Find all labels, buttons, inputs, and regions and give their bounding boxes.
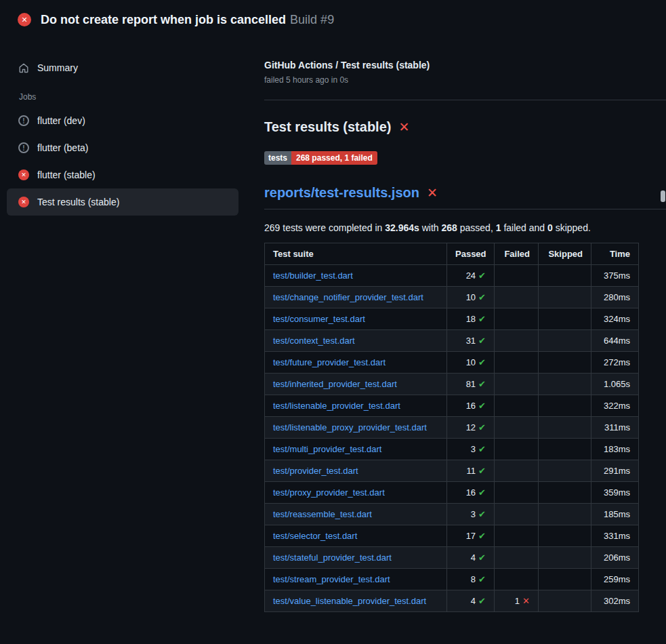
suite-link[interactable]: test/provider_test.dart xyxy=(273,466,358,476)
page-title: Do not create report when job is cancell… xyxy=(41,13,334,27)
suite-link[interactable]: test/change_notifier_provider_test.dart xyxy=(273,292,423,302)
passed-cell: 31✔ xyxy=(447,330,495,352)
table-row: test/stream_provider_test.dart8✔259ms xyxy=(265,569,639,590)
section-title-text: Test results (stable) xyxy=(264,119,391,135)
summary-line: 269 tests were completed in 32.964s with… xyxy=(264,222,638,233)
table-row: test/provider_test.dart11✔291ms xyxy=(265,460,639,482)
suite-link[interactable]: test/stateful_provider_test.dart xyxy=(273,552,392,563)
passed-count: 18 xyxy=(466,314,476,324)
check-icon: ✔ xyxy=(478,509,486,519)
check-icon: ✔ xyxy=(478,531,486,541)
time-cell: 206ms xyxy=(591,547,639,569)
summary-text: with xyxy=(419,222,442,233)
table-row: test/consumer_test.dart18✔324ms xyxy=(265,308,639,330)
check-icon: ✔ xyxy=(478,596,486,606)
table-row: test/builder_test.dart24✔375ms xyxy=(265,265,639,287)
passed-cell: 16✔ xyxy=(447,395,495,417)
suite-link[interactable]: test/listenable_proxy_provider_test.dart xyxy=(273,422,427,432)
tests-badge: tests 268 passed, 1 failed xyxy=(264,151,377,165)
suite-cell: test/inherited_provider_test.dart xyxy=(265,374,447,395)
failed-cell xyxy=(495,569,539,590)
failed-cell xyxy=(495,287,539,308)
check-icon: ✔ xyxy=(478,466,486,476)
job-label: Test results (stable) xyxy=(37,197,119,207)
job-label: flutter (dev) xyxy=(37,115,85,126)
time-cell: 185ms xyxy=(591,504,639,525)
scrollbar-thumb[interactable] xyxy=(661,190,665,202)
table-row: test/listenable_proxy_provider_test.dart… xyxy=(265,417,639,439)
table-row: test/selector_test.dart17✔331ms xyxy=(265,525,639,547)
sidebar-summary-label: Summary xyxy=(37,62,78,73)
suite-link[interactable]: test/proxy_provider_test.dart xyxy=(273,487,385,498)
suite-link[interactable]: test/consumer_test.dart xyxy=(273,314,365,324)
summary-text: passed, xyxy=(457,222,496,233)
sidebar-item-flutter-dev[interactable]: !flutter (dev) xyxy=(7,107,238,134)
time-cell: 259ms xyxy=(591,569,639,590)
suite-link[interactable]: test/inherited_provider_test.dart xyxy=(273,379,397,389)
skipped-cell xyxy=(539,439,591,460)
failed-cell xyxy=(495,482,539,504)
skipped-cell xyxy=(539,525,591,547)
passed-cell: 8✔ xyxy=(447,569,495,590)
sidebar-item-flutter-stable[interactable]: ✕flutter (stable) xyxy=(7,161,238,188)
skipped-cell xyxy=(539,330,591,352)
column-header: Time xyxy=(591,243,639,265)
passed-count: 10 xyxy=(466,292,476,302)
results-table: Test suitePassedFailedSkippedTime test/b… xyxy=(264,243,639,612)
exclamation-circle-icon: ! xyxy=(18,115,29,126)
time-cell: 322ms xyxy=(591,395,639,417)
summary-text: failed and xyxy=(501,222,548,233)
suite-link[interactable]: test/multi_provider_test.dart xyxy=(273,444,381,454)
sidebar-item-test-results-stable[interactable]: ✕Test results (stable) xyxy=(7,188,238,216)
suite-link[interactable]: test/selector_test.dart xyxy=(273,531,357,541)
table-row: test/future_provider_test.dart10✔272ms xyxy=(265,352,639,374)
badge-value: 268 passed, 1 failed xyxy=(291,151,377,165)
skipped-cell xyxy=(539,287,591,308)
check-icon: ✔ xyxy=(478,401,486,411)
passed-count: 12 xyxy=(466,422,476,432)
passed-count: 4 xyxy=(471,596,476,606)
suite-cell: test/context_test.dart xyxy=(265,330,447,352)
skipped-cell xyxy=(539,265,591,287)
suite-cell: test/consumer_test.dart xyxy=(265,308,447,330)
suite-link[interactable]: test/stream_provider_test.dart xyxy=(273,574,390,584)
skipped-cell xyxy=(539,374,591,395)
check-icon: ✔ xyxy=(478,487,486,498)
failed-cell xyxy=(495,374,539,395)
skipped-cell xyxy=(539,417,591,439)
time-cell: 331ms xyxy=(591,525,639,547)
summary-stat: 268 xyxy=(442,222,457,233)
passed-count: 3 xyxy=(471,509,476,519)
table-row: test/context_test.dart31✔644ms xyxy=(265,330,639,352)
failed-cell xyxy=(495,395,539,417)
suite-link[interactable]: test/reassemble_test.dart xyxy=(273,509,372,519)
passed-count: 24 xyxy=(466,270,476,281)
main-content: GitHub Actions / Test results (stable) f… xyxy=(264,39,666,612)
summary-stat: 32.964s xyxy=(385,222,419,233)
failed-cell xyxy=(495,504,539,525)
suite-link[interactable]: test/value_listenable_provider_test.dart xyxy=(273,596,426,606)
suite-cell: test/multi_provider_test.dart xyxy=(265,439,447,460)
x-icon: ✕ xyxy=(522,596,530,606)
run-failed-icon: ✕ xyxy=(18,13,31,26)
suite-link[interactable]: test/future_provider_test.dart xyxy=(273,357,386,367)
passed-count: 3 xyxy=(471,444,476,454)
skipped-cell xyxy=(539,482,591,504)
failed-cell xyxy=(495,460,539,482)
passed-count: 17 xyxy=(466,531,476,541)
check-icon: ✔ xyxy=(478,422,486,432)
suite-link[interactable]: test/context_test.dart xyxy=(273,336,355,346)
jobs-section-label: Jobs xyxy=(7,92,238,102)
check-icon: ✔ xyxy=(478,552,486,563)
sidebar-item-flutter-beta[interactable]: !flutter (beta) xyxy=(7,134,238,161)
suite-link[interactable]: test/builder_test.dart xyxy=(273,270,353,281)
sidebar-item-summary[interactable]: Summary xyxy=(7,54,238,81)
passed-count: 16 xyxy=(466,401,476,411)
suite-cell: test/provider_test.dart xyxy=(265,460,447,482)
report-link[interactable]: reports/test-results.json xyxy=(264,185,419,201)
table-row: test/stateful_provider_test.dart4✔206ms xyxy=(265,547,639,569)
suite-cell: test/stream_provider_test.dart xyxy=(265,569,447,590)
failed-x-icon: ✕ xyxy=(398,121,409,134)
table-row: test/value_listenable_provider_test.dart… xyxy=(265,590,639,612)
suite-link[interactable]: test/listenable_provider_test.dart xyxy=(273,401,400,411)
